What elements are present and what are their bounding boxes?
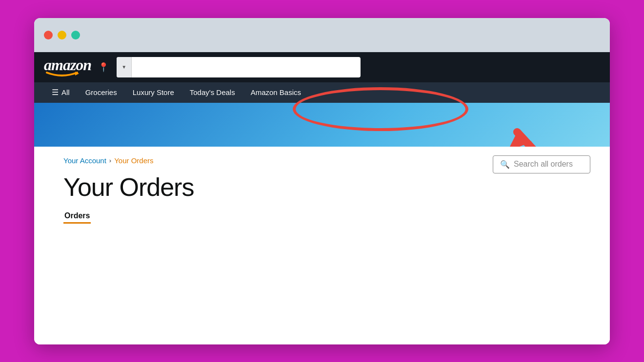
close-button-icon[interactable] bbox=[44, 31, 53, 39]
nav-item-groceries[interactable]: Groceries bbox=[78, 82, 125, 103]
breadcrumb-current: Your Orders bbox=[114, 156, 153, 165]
hamburger-icon: ☰ bbox=[52, 88, 59, 97]
nav-todays-deals-label: Today's Deals bbox=[190, 88, 235, 96]
amazon-logo[interactable]: amazon bbox=[44, 57, 91, 77]
amazon-header: amazon 📍 ▼ bbox=[34, 52, 610, 82]
nav-item-amazon-basics[interactable]: Amazon Basics bbox=[243, 82, 309, 103]
chevron-down-icon: ▼ bbox=[121, 64, 126, 70]
browser-window: amazon 📍 ▼ ☰ All Groceries Luxury Sto bbox=[34, 18, 610, 344]
main-content: Your Account › Your Orders Your Orders O… bbox=[34, 147, 610, 344]
amazon-subnav: ☰ All Groceries Luxury Store Today's Dea… bbox=[34, 82, 610, 103]
tab-orders[interactable]: Orders bbox=[63, 210, 91, 224]
search-bar: ▼ bbox=[117, 57, 361, 77]
nav-amazon-basics-label: Amazon Basics bbox=[251, 88, 301, 96]
nav-item-all[interactable]: ☰ All bbox=[44, 82, 78, 103]
nav-item-todays-deals[interactable]: Today's Deals bbox=[182, 82, 243, 103]
breadcrumb-separator: › bbox=[109, 157, 111, 164]
minimize-button-icon[interactable] bbox=[58, 31, 66, 39]
page-title: Your Orders bbox=[63, 172, 194, 202]
amazon-logo-area: amazon 📍 bbox=[44, 57, 109, 77]
search-category-dropdown[interactable]: ▼ bbox=[117, 57, 132, 77]
browser-chrome bbox=[34, 18, 610, 52]
orders-tab-bar: Orders bbox=[63, 210, 194, 224]
nav-groceries-label: Groceries bbox=[85, 88, 117, 96]
nav-all-label: All bbox=[61, 88, 70, 96]
nav-item-luxury-store[interactable]: Luxury Store bbox=[125, 82, 182, 103]
search-orders-placeholder: Search all orders bbox=[514, 160, 573, 169]
maximize-button-icon[interactable] bbox=[71, 31, 80, 39]
blue-banner bbox=[34, 103, 610, 147]
location-pin-icon: 📍 bbox=[98, 62, 109, 73]
search-icon: 🔍 bbox=[500, 160, 510, 169]
nav-luxury-label: Luxury Store bbox=[133, 88, 174, 96]
breadcrumb-account-link[interactable]: Your Account bbox=[63, 156, 106, 165]
search-orders-box[interactable]: 🔍 Search all orders bbox=[493, 155, 590, 173]
